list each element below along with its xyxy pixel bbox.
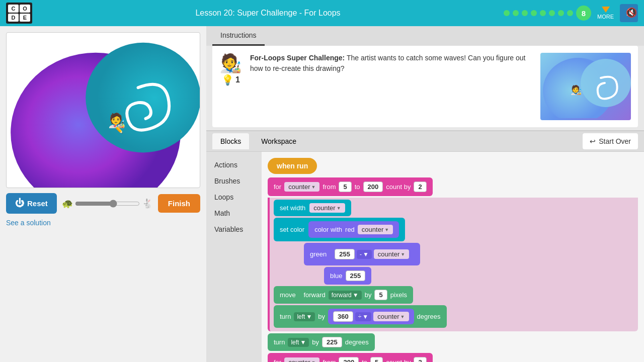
blocks-tab[interactable]: Blocks [212,133,249,149]
progress-dot-7 [558,10,564,16]
turn-val2[interactable]: 225 [322,337,342,347]
logo-o: O [20,5,30,13]
pencil-emoji: ✏️ [113,124,123,134]
from-label2: from [323,358,336,362]
progress-dot-3 [522,10,528,16]
move-block[interactable]: move forward forward ▼ by 5 pixels [274,286,413,304]
more-button[interactable]: MORE [597,7,614,20]
finish-label: Finish [168,199,190,208]
from-val1[interactable]: 5 [339,182,351,192]
math-block[interactable]: 255 - ▼ counter ▼ [330,246,414,262]
op-arrow: ▼ [363,251,369,258]
art-canvas: 🧑‍🎨 ✏️ [7,33,200,188]
set-color-block[interactable]: set color color with red counter ▼ [274,218,405,241]
div-arrow: ▼ [362,313,368,320]
set-color-row: set color color with red counter ▼ [274,218,638,241]
turn-val[interactable]: 360 [333,311,353,322]
red-label: red [345,226,355,233]
by-label2: by [312,338,319,346]
to-val2[interactable]: 5 [370,357,383,362]
counter-var1[interactable]: counter ▼ [284,182,319,192]
from-val2[interactable]: 200 [339,357,359,362]
turn225-block[interactable]: turn left ▼ by 225 degrees [268,333,375,351]
progress-dot-5 [540,10,546,16]
logo-e: E [20,14,30,22]
count-val2[interactable]: 2 [414,357,426,362]
minus-op[interactable]: - ▼ [357,250,372,259]
move-row: move forward forward ▼ by 5 pixels [274,286,638,304]
when-run-block[interactable]: when run [268,158,317,174]
slider-area: 🐢 🐇 [62,198,153,209]
turn225-row: turn left ▼ by 225 degrees [268,333,638,351]
green-block[interactable]: green 255 - ▼ counter [304,243,420,265]
logo-d: D [8,14,19,22]
logo: C O D E [6,3,32,24]
for-label1: for [274,183,281,191]
set-width-block[interactable]: set width counter ▼ [274,200,351,216]
for-loop2-block[interactable]: for counter ▼ from 200 to 5 count by 2 [268,353,433,362]
for-loop1-row: for counter ▼ from 5 to 200 count by 2 [268,177,638,196]
category-variables[interactable]: Variables [206,221,262,237]
category-math[interactable]: Math [206,205,262,221]
right-panel: Instructions 🧑‍🎨 💡 1 For-Loops Super Ch [206,26,644,362]
set-width-label: set width [280,204,305,212]
workspace-tab[interactable]: Workspace [253,133,304,149]
set-width-var[interactable]: counter ▼ [309,203,345,213]
from-label1: from [323,183,336,191]
reset-label: Reset [27,199,48,208]
left-dir2[interactable]: left ▼ [288,338,309,347]
loop1-body: set width counter ▼ set color [268,198,638,331]
header: C O D E Lesson 20: Super Challenge - For… [0,0,644,26]
div-op[interactable]: ÷ ▼ [355,312,371,321]
blue-block[interactable]: blue 255 [324,267,371,285]
counter-var-math[interactable]: counter ▼ [374,249,409,259]
progress-dot-6 [549,10,555,16]
progress-dot-2 [513,10,519,16]
progress-dot-1 [504,10,510,16]
see-solution-link[interactable]: See a solution [6,219,200,227]
instructions-area: Instructions 🧑‍🎨 💡 1 For-Loops Super Ch [206,26,644,130]
progress-area: 8 [504,6,591,21]
counter-var-turn[interactable]: counter ▼ [373,312,409,321]
val-255b[interactable]: 255 [346,270,366,281]
by-label-move: by [365,291,372,299]
blocks-content: Actions Brushes Loops Math Variables whe… [206,152,644,362]
instruction-content: 🧑‍🎨 💡 1 For-Loops Super Challenge: The a… [212,46,638,127]
category-loops[interactable]: Loops [206,189,262,205]
category-brushes[interactable]: Brushes [206,173,262,189]
blue-circle [86,43,200,153]
progress-dot-4 [531,10,537,16]
dropdown-arrow-sw: ▼ [337,206,341,211]
blue-row: blue 255 [324,267,638,285]
speed-slider[interactable] [75,200,140,208]
for-loop1-block[interactable]: for counter ▼ from 5 to 200 count by 2 [268,177,433,196]
color-with-block[interactable]: color with red counter ▼ [308,221,399,238]
green-row: green 255 - ▼ counter [304,243,638,265]
turn-block[interactable]: turn left ▼ by 360 ÷ [274,305,447,328]
count-val1[interactable]: 2 [414,182,426,192]
finish-button[interactable]: Finish [158,194,200,213]
dropdown-arrow-math: ▼ [400,252,405,257]
turn-label2: turn [274,338,285,346]
counter-var2[interactable]: counter ▼ [284,357,319,362]
more-triangle-icon [602,7,610,13]
sound-icon[interactable]: 🔇 [626,7,637,18]
hint-count: 1 [235,75,240,84]
set-width-row: set width counter ▼ [274,200,638,216]
left-dir[interactable]: left ▼ [294,312,315,321]
category-actions[interactable]: Actions [206,157,262,173]
forward-dir[interactable]: forward ▼ [329,291,362,300]
move-forward-label: forward [303,291,325,299]
reset-button[interactable]: ⏻ Reset [6,193,57,214]
logo-c: C [8,5,19,13]
instruction-bold: For-Loops Super Challenge: [250,54,345,62]
turn-math-block[interactable]: 360 ÷ ▼ counter ▼ [328,309,414,324]
turn-label: turn [280,313,291,320]
move-val[interactable]: 5 [374,290,387,300]
red-var[interactable]: counter ▼ [358,225,393,234]
to-label1: to [355,183,360,191]
start-over-button[interactable]: ↩ Start Over [583,133,638,149]
val-255[interactable]: 255 [335,249,355,259]
to-val1[interactable]: 200 [363,182,383,192]
instructions-tab[interactable]: Instructions [212,26,265,46]
